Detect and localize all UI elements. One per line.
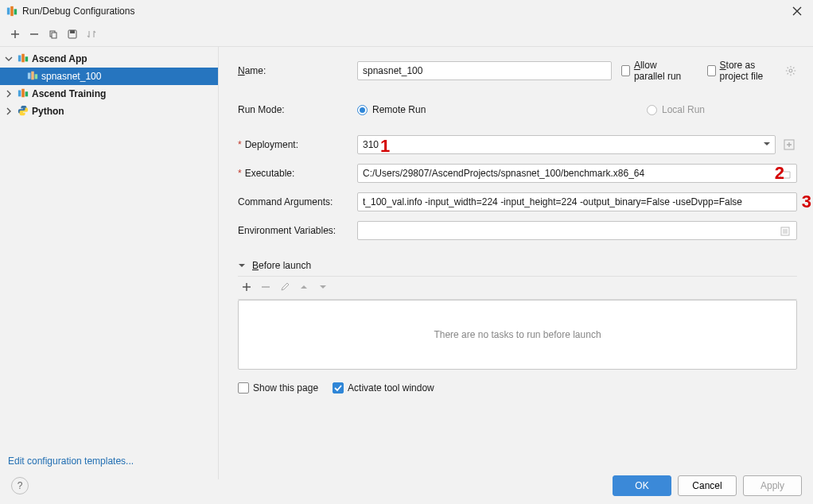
window-title: Run/Debug Configurations bbox=[22, 6, 134, 17]
move-down-button bbox=[314, 278, 332, 296]
ok-button[interactable]: OK bbox=[613, 475, 671, 496]
deployment-label: Deployment: bbox=[245, 139, 298, 150]
svg-rect-13 bbox=[18, 90, 21, 96]
gear-icon[interactable] bbox=[785, 63, 797, 79]
config-toolbar bbox=[0, 22, 813, 47]
edit-task-button bbox=[276, 278, 294, 296]
ascend-folder-icon bbox=[18, 52, 29, 66]
add-config-button[interactable] bbox=[6, 25, 24, 43]
env-label: Environment Variables: bbox=[238, 225, 336, 236]
cancel-button[interactable]: Cancel bbox=[678, 475, 737, 496]
move-up-button bbox=[295, 278, 313, 296]
edit-templates-link[interactable]: Edit configuration templates... bbox=[0, 449, 218, 476]
svg-rect-0 bbox=[7, 8, 10, 15]
executable-input[interactable] bbox=[357, 164, 797, 183]
allow-parallel-checkbox[interactable]: Allow parallel run bbox=[621, 60, 688, 82]
svg-rect-1 bbox=[10, 6, 14, 16]
svg-rect-6 bbox=[70, 30, 75, 33]
chevron-down-icon bbox=[3, 53, 14, 64]
before-launch-section: Before launch There are no tasks to run … bbox=[238, 260, 797, 398]
footer-left: ? bbox=[11, 477, 29, 494]
add-deployment-button[interactable] bbox=[780, 136, 797, 153]
run-mode-label: Run Mode: bbox=[238, 104, 285, 115]
svg-rect-7 bbox=[18, 55, 21, 61]
sort-config-button[interactable] bbox=[83, 25, 100, 43]
no-tasks-text: There are no tasks to run before launch bbox=[434, 329, 601, 340]
svg-rect-10 bbox=[28, 72, 31, 79]
before-launch-toolbar bbox=[238, 278, 797, 300]
close-button[interactable] bbox=[786, 0, 808, 22]
config-tree: Ascend App spnasnet_100 bbox=[0, 50, 218, 449]
tree-label: Ascend App bbox=[32, 53, 88, 64]
tree-item-python[interactable]: Python bbox=[0, 103, 218, 120]
copy-config-button[interactable] bbox=[45, 25, 62, 43]
svg-rect-11 bbox=[31, 71, 34, 79]
app-icon bbox=[6, 6, 18, 17]
checkbox-icon bbox=[621, 65, 630, 76]
titlebar: Run/Debug Configurations bbox=[0, 0, 813, 22]
tree-item-spnasnet[interactable]: spnasnet_100 bbox=[0, 68, 218, 85]
deployment-combo[interactable] bbox=[357, 135, 776, 154]
store-project-checkbox[interactable]: Store as project file bbox=[707, 60, 780, 82]
footer: OK Cancel Apply bbox=[613, 475, 802, 496]
save-config-button[interactable] bbox=[64, 25, 81, 43]
chevron-right-icon bbox=[3, 88, 14, 99]
sidebar: Ascend App spnasnet_100 bbox=[0, 47, 219, 479]
help-button[interactable]: ? bbox=[11, 477, 29, 494]
checkbox-icon bbox=[707, 65, 716, 76]
list-icon[interactable] bbox=[776, 223, 794, 240]
checkbox-label: Allow parallel run bbox=[634, 60, 688, 82]
form-panel: Name: Allow parallel run Store as projec… bbox=[219, 47, 813, 479]
apply-button[interactable]: Apply bbox=[743, 475, 802, 496]
remove-config-button[interactable] bbox=[25, 25, 43, 43]
radio-icon bbox=[357, 105, 368, 115]
svg-point-16 bbox=[789, 69, 792, 72]
main: Ascend App spnasnet_100 bbox=[0, 47, 813, 479]
checkbox-label: Show this page bbox=[253, 382, 318, 394]
svg-rect-4 bbox=[52, 33, 56, 38]
python-icon bbox=[18, 105, 29, 118]
tree-label: spnasnet_100 bbox=[41, 71, 101, 82]
args-label: Command Arguments: bbox=[238, 196, 333, 207]
ascend-folder-icon bbox=[18, 87, 29, 101]
tree-item-ascend-app[interactable]: Ascend App bbox=[0, 50, 218, 68]
svg-rect-15 bbox=[25, 91, 29, 96]
svg-rect-12 bbox=[35, 74, 38, 79]
remote-run-radio[interactable]: Remote Run bbox=[357, 104, 426, 115]
tree-item-ascend-training[interactable]: Ascend Training bbox=[0, 85, 218, 103]
before-launch-header[interactable]: Before launch bbox=[238, 260, 797, 271]
activate-tool-checkbox[interactable]: Activate tool window bbox=[333, 382, 434, 394]
config-icon bbox=[27, 70, 38, 83]
svg-rect-9 bbox=[25, 56, 29, 61]
before-launch-tasks: There are no tasks to run before launch bbox=[238, 300, 797, 370]
tree-label: Ascend Training bbox=[32, 88, 106, 99]
browse-folder-icon[interactable] bbox=[776, 165, 794, 183]
checkbox-icon bbox=[238, 382, 249, 394]
radio-icon bbox=[647, 105, 657, 115]
radio-label: Local Run bbox=[662, 104, 705, 115]
checkbox-icon bbox=[333, 382, 344, 394]
executable-label: Executable: bbox=[245, 168, 295, 179]
show-page-checkbox[interactable]: Show this page bbox=[238, 382, 318, 394]
svg-rect-2 bbox=[14, 9, 18, 14]
before-launch-label: Before launch bbox=[252, 260, 311, 271]
add-task-button[interactable] bbox=[238, 278, 255, 296]
remove-task-button bbox=[257, 278, 274, 296]
tree-label: Python bbox=[32, 106, 64, 117]
checkbox-label: Activate tool window bbox=[348, 382, 434, 394]
args-input[interactable] bbox=[357, 192, 797, 211]
local-run-radio[interactable]: Local Run bbox=[647, 104, 705, 115]
svg-rect-8 bbox=[21, 53, 25, 62]
radio-label: Remote Run bbox=[372, 104, 426, 115]
annotation-3: 3 bbox=[802, 192, 811, 212]
checkbox-label: Store as project file bbox=[720, 60, 780, 82]
chevron-down-icon bbox=[238, 261, 247, 270]
svg-rect-14 bbox=[21, 88, 25, 97]
env-input[interactable] bbox=[357, 221, 797, 240]
chevron-right-icon bbox=[3, 106, 14, 117]
name-input[interactable] bbox=[357, 61, 612, 80]
